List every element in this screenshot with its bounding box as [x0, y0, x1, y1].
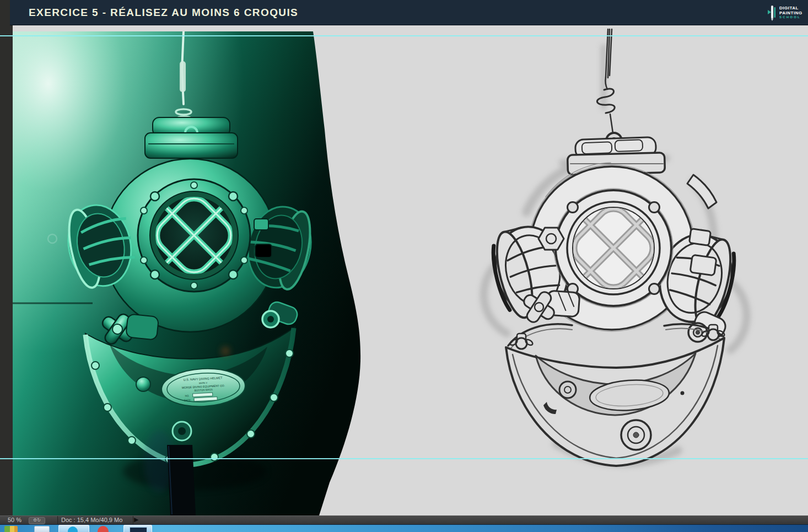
sketch-diving-helmet[interactable]	[474, 25, 761, 515]
exercise-banner: EXERCICE 5 - RÉALISEZ AU MOINS 6 CROQUIS…	[10, 0, 808, 25]
porthole-hinge	[255, 244, 272, 257]
digital-painting-school-logo: DIGITAL PAINTING SCHOOL	[767, 2, 808, 24]
logo-line-painting: PAINTING	[779, 11, 802, 15]
guide-horizontal-top[interactable]	[0, 35, 808, 36]
warm-reflection	[221, 347, 230, 356]
plaque-line2: MARK V	[199, 381, 208, 385]
plaque-date-label: DATE	[184, 399, 191, 402]
pasteboard-strip	[0, 0, 13, 515]
sketch-breastplate	[506, 324, 725, 466]
taskbar-button-photoshop[interactable]	[123, 525, 152, 532]
photoshop-fullscreen-view: EXERCICE 5 - RÉALISEZ AU MOINS 6 CROQUIS…	[0, 0, 808, 532]
doc-info-panel[interactable]: Doc : 15,4 Mo/40,9 Mo	[57, 516, 133, 524]
sketch-lines	[486, 29, 741, 466]
photo-area: U.S. NAVY DIVING HELMET MARK V MORSE DIV…	[13, 25, 368, 515]
taskbar-start-fragment-icon[interactable]	[4, 526, 18, 532]
guide-horizontal-bottom[interactable]	[0, 458, 808, 459]
photoshop-window-icon	[130, 527, 147, 532]
exercise-title: EXERCICE 5 - RÉALISEZ AU MOINS 6 CROQUIS	[10, 7, 298, 19]
doc-size-info: Doc : 15,4 Mo/40,9 Mo	[61, 517, 122, 523]
photo-knob	[136, 377, 150, 391]
taskbar-button-skype[interactable]	[58, 525, 89, 532]
sketch-knob	[559, 381, 576, 398]
photoshop-status-bar: 50 % ⚙↻ Doc : 15,4 Mo/40,9 Mo ▶	[0, 515, 808, 525]
skype-icon	[68, 526, 78, 532]
windows-taskbar	[0, 524, 808, 532]
taskbar-explorer-icon[interactable]	[34, 526, 50, 532]
red-app-icon	[98, 526, 109, 532]
plaque-no-label: NO.	[185, 394, 190, 397]
pen-logo-icon	[767, 4, 777, 21]
taskbar-button-red-app[interactable]	[94, 525, 112, 532]
zoom-level-field[interactable]: 50 %	[8, 517, 21, 523]
status-menu-arrow-icon[interactable]: ▶	[134, 516, 138, 523]
logo-line-school: SCHOOL	[779, 15, 802, 19]
reference-photo-diving-helmet[interactable]: U.S. NAVY DIVING HELMET MARK V MORSE DIV…	[13, 25, 368, 515]
photo-top-cap	[145, 133, 238, 158]
drive-sync-icon[interactable]: ⚙↻	[29, 517, 45, 524]
